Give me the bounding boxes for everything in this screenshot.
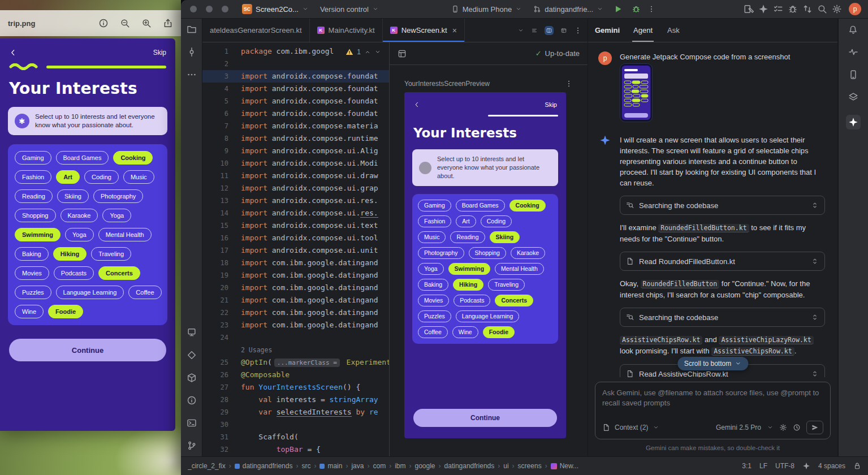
caret-position[interactable]: 3:1 [742,462,752,470]
line-number[interactable]: 9 [202,145,228,157]
tab-ateldeasgeneratorscreen-kt[interactable]: ateldeasGeneratorScreen.kt [202,19,310,42]
settings-icon[interactable] [832,4,842,14]
window-close-button[interactable] [190,6,197,12]
debug-button[interactable] [632,5,641,14]
line-number[interactable]: 16 [202,232,228,244]
code-line[interactable]: 15import androidx.compose.ui.text [202,219,389,232]
file-encoding[interactable]: UTF-8 [775,462,794,470]
bug-report-icon[interactable] [788,4,798,14]
line-number[interactable]: 12 [202,182,228,195]
tab-list-chevron-icon[interactable] [517,27,524,34]
gemini-input-box[interactable]: Context (2) Gemini 2.5 Pro [595,382,831,439]
inspections-widget[interactable]: 1 [342,47,385,57]
code-line[interactable]: 28 val interests = stringArray [202,394,389,406]
code-line[interactable]: 31 Scaffold( [202,431,389,443]
device-selector[interactable]: Medium Phone [448,3,525,15]
line-number[interactable]: 13 [202,195,228,207]
tab-agent[interactable]: Agent [632,19,654,42]
line-number[interactable]: 21 [202,294,228,306]
breadcrumb-com[interactable]: com [373,462,386,470]
code-line[interactable]: 7import androidx.compose.materia [202,120,389,132]
zoom-out-icon[interactable] [120,18,130,28]
tool-card-searching-the-codebase[interactable]: Searching the codebase [620,196,825,215]
line-number[interactable]: 30 [202,418,228,431]
breadcrumb-google[interactable]: google [414,462,435,470]
code-line[interactable]: 29 var selectedInterests by re [202,406,389,418]
run-button[interactable] [614,5,623,14]
scroll-to-bottom-button[interactable]: Scroll to bottom [677,357,748,370]
line-number[interactable]: 17 [202,244,228,257]
tool-card-searching-the-codebase[interactable]: Searching the codebase [620,308,825,327]
gemini-chat[interactable]: pGenerate Jetpack Compose code from a sc… [588,42,837,377]
gemini-settings-icon[interactable] [779,424,787,431]
window-minimize-button[interactable] [206,6,213,12]
design-check-icon[interactable] [744,4,754,14]
code-line[interactable]: 19import com.ibm.google.datingand [202,269,389,282]
layout-inspector-icon[interactable] [848,92,858,102]
version-control-icon[interactable] [187,441,197,451]
terminal-icon[interactable] [187,418,197,428]
tool-card-read-roundedfilledbutton-kt[interactable]: Read RoundedFilledButton.kt [620,252,825,271]
project-folder-icon[interactable] [187,24,197,34]
line-number[interactable]: 22 [202,306,228,319]
preview-options-icon[interactable] [565,80,573,88]
task-list-icon[interactable] [773,4,783,14]
run-config-selector[interactable]: datingandfrie... [530,3,607,15]
lock-icon[interactable] [853,462,861,470]
code-line[interactable]: 32 topBar = { [202,443,389,456]
screenshot-thumbnail[interactable] [620,63,825,125]
code-line[interactable]: 6import androidx.compose.foundat [202,107,389,120]
close-icon[interactable]: × [452,26,457,35]
line-number[interactable]: 31 [202,431,228,443]
code-line[interactable]: 4import androidx.compose.foundat [202,83,389,95]
code-line[interactable]: 18import com.ibm.google.datingand [202,257,389,269]
breadcrumb-datingandfriends[interactable]: datingandfriends [444,462,495,470]
sync-branches-icon[interactable] [802,4,813,14]
code-line[interactable]: 8import androidx.compose.runtime [202,132,389,145]
problems-icon[interactable] [187,395,197,405]
breadcrumb-src[interactable]: src [301,462,310,470]
breadcrumb-main[interactable]: main [319,462,342,470]
notifications-icon[interactable] [848,24,858,34]
user-avatar[interactable]: p [849,3,861,15]
line-number[interactable]: 24 [202,331,228,344]
line-number[interactable]: 3 [202,70,228,83]
breadcrumb-ibm[interactable]: ibm [395,462,405,470]
code-line[interactable]: 5import androidx.compose.foundat [202,95,389,107]
tab-newscreen-kt[interactable]: KNewScreen.kt× [383,19,465,42]
breadcrumb-java[interactable]: java [351,462,364,470]
window-zoom-button[interactable] [222,6,228,12]
gemini-status-icon[interactable] [802,462,810,470]
line-number[interactable]: 19 [202,269,228,282]
line-number[interactable]: 10 [202,157,228,170]
running-devices-icon[interactable] [187,327,197,338]
history-icon[interactable] [793,424,801,431]
next-warning-icon[interactable] [374,49,381,55]
commit-icon[interactable] [187,47,197,57]
code-line[interactable]: 2 [202,58,389,70]
code-line[interactable]: 16import androidx.compose.ui.tool [202,232,389,244]
project-selector[interactable]: SC Screen2Co... [239,2,312,16]
code-line[interactable]: 2 Usages [202,344,389,356]
line-number[interactable]: 6 [202,107,228,120]
code-line[interactable]: 24 [202,331,389,344]
line-number[interactable]: 27 [202,381,228,394]
info-icon[interactable] [98,18,109,28]
line-number[interactable]: 23 [202,319,228,331]
line-number[interactable]: 28 [202,394,228,406]
gemini-icon[interactable] [846,115,861,129]
code-line[interactable]: 26@Composable [202,369,389,381]
device-manager-icon[interactable] [848,70,858,80]
line-number[interactable]: 11 [202,170,228,182]
breadcrumb-circle-2-fix[interactable]: _circle_2_fix [188,462,226,470]
line-number[interactable]: 15 [202,219,228,232]
more-tool-windows-icon[interactable] [187,70,197,80]
code-line[interactable]: 27fun YourInterestsScreen() { [202,381,389,394]
line-number[interactable]: 1 [202,45,228,58]
design-mode-button[interactable] [559,26,568,35]
line-number[interactable]: 32 [202,443,228,456]
indent-setting[interactable]: 4 spaces [818,462,845,470]
preview-status[interactable]: ✓ Up-to-date [536,49,580,58]
share-icon[interactable] [163,18,173,28]
code-line[interactable]: 20import com.ibm.google.datingand [202,282,389,294]
